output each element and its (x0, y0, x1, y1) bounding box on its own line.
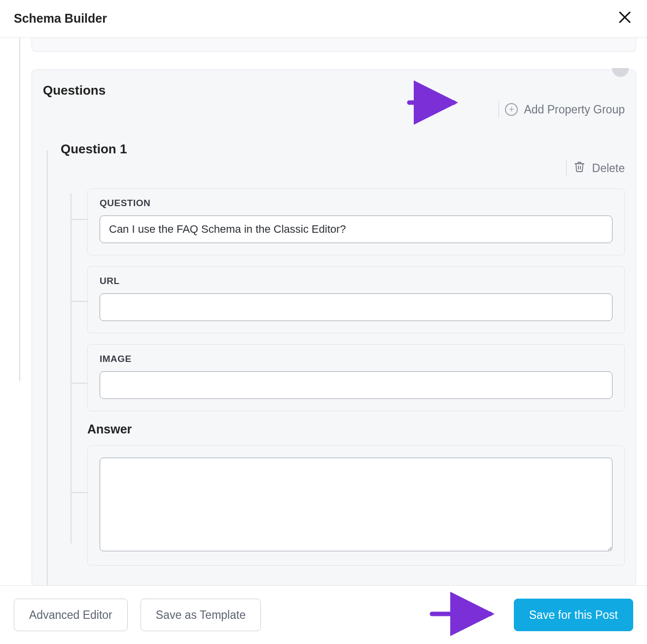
close-icon (617, 10, 632, 27)
image-field-label: IMAGE (100, 354, 612, 364)
questions-section: Questions + Add Property Group Question … (32, 70, 636, 585)
add-property-group-button[interactable]: + Add Property Group (43, 101, 625, 118)
tree-connector (71, 383, 87, 384)
plus-circle-icon: + (505, 103, 518, 116)
delete-label: Delete (592, 162, 625, 175)
advanced-editor-label: Advanced Editor (29, 608, 112, 622)
image-field-card: IMAGE (87, 344, 625, 411)
save-as-template-button[interactable]: Save as Template (141, 599, 261, 631)
save-as-template-label: Save as Template (156, 608, 246, 622)
question-field-label: QUESTION (100, 198, 612, 209)
divider (499, 101, 499, 118)
questions-title: Questions (43, 83, 625, 98)
tree-connector (71, 193, 72, 543)
answer-title: Answer (87, 422, 625, 436)
question-item-title: Question 1 (61, 142, 625, 157)
url-field-card: URL (87, 266, 625, 333)
tree-connector (71, 301, 87, 302)
answer-textarea[interactable] (100, 458, 612, 551)
answer-field-card (87, 445, 625, 566)
dialog-header: Schema Builder (0, 0, 647, 38)
divider (566, 160, 567, 177)
tree-connector (71, 219, 87, 220)
close-button[interactable] (616, 10, 633, 27)
add-property-group-label: Add Property Group (524, 103, 625, 116)
dialog-body: Questions + Add Property Group Question … (0, 38, 647, 585)
dialog-title: Schema Builder (14, 11, 107, 26)
previous-section-peek (32, 38, 636, 52)
save-for-this-post-label: Save for this Post (529, 608, 618, 622)
delete-question-button[interactable]: Delete (61, 160, 625, 177)
advanced-editor-button[interactable]: Advanced Editor (14, 599, 128, 631)
image-input[interactable] (100, 371, 612, 399)
trash-icon (574, 161, 585, 176)
dialog-footer: Advanced Editor Save as Template Save fo… (0, 585, 647, 644)
url-input[interactable] (100, 293, 612, 321)
question-input[interactable] (100, 215, 612, 243)
question-field-card: QUESTION (87, 188, 625, 255)
url-field-label: URL (100, 276, 612, 286)
save-for-this-post-button[interactable]: Save for this Post (514, 599, 633, 631)
tree-connector (47, 150, 48, 585)
tree-connector (71, 492, 87, 493)
annotation-arrow-icon (432, 603, 501, 627)
drag-handle-icon[interactable] (612, 68, 629, 77)
tree-connector (19, 38, 20, 381)
